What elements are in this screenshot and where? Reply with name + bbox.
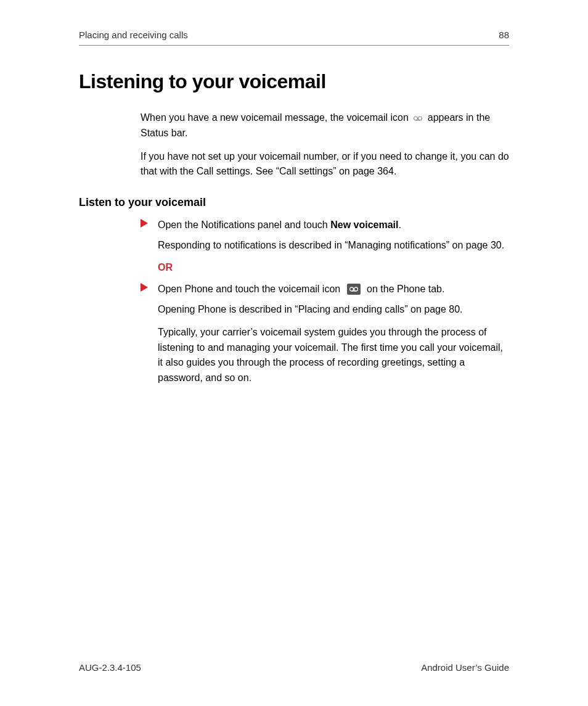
intro-p1-text-a: When you have a new voicemail message, t…	[141, 112, 411, 123]
steps-block: Open the Notifications panel and touch N…	[141, 218, 509, 386]
document-page: Placing and receiving calls 88 Listening…	[0, 0, 588, 706]
step-2: Open Phone and touch the voicemail icon …	[141, 282, 509, 297]
header-section-label: Placing and receiving calls	[79, 30, 188, 40]
intro-paragraph-2: If you have not set up your voicemail nu…	[141, 149, 509, 179]
intro-block: When you have a new voicemail message, t…	[141, 110, 509, 179]
subheading: Listen to your voicemail	[79, 196, 509, 209]
step-2-text-b: on the Phone tab.	[367, 284, 444, 294]
voicemail-tab-icon	[347, 284, 361, 295]
or-separator: OR	[141, 260, 509, 276]
svg-marker-4	[141, 283, 148, 292]
intro-paragraph-1: When you have a new voicemail message, t…	[141, 110, 509, 141]
triangle-bullet-icon	[141, 219, 149, 228]
running-header: Placing and receiving calls 88	[79, 30, 509, 45]
svg-marker-3	[141, 219, 148, 228]
voicemail-icon	[414, 111, 422, 126]
step-1-text-b: .	[398, 220, 401, 230]
svg-point-1	[419, 117, 422, 120]
header-rule	[79, 45, 509, 46]
triangle-bullet-icon	[141, 283, 149, 292]
step-2-note: Opening Phone is described in “Placing a…	[141, 302, 509, 318]
svg-point-5	[349, 287, 353, 291]
header-page-number: 88	[499, 30, 509, 40]
svg-point-0	[414, 117, 418, 120]
page-title: Listening to your voicemail	[79, 70, 509, 93]
svg-point-6	[354, 287, 357, 291]
step-1-note: Responding to notifications is described…	[141, 238, 509, 253]
footer-doc-title: Android User’s Guide	[421, 662, 509, 673]
step-1-bold: New voicemail	[330, 220, 398, 230]
running-footer: AUG-2.3.4-105 Android User’s Guide	[79, 662, 509, 673]
carrier-note: Typically, your carrier’s voicemail syst…	[141, 325, 509, 386]
footer-doc-id: AUG-2.3.4-105	[79, 662, 141, 673]
step-1-text-a: Open the Notifications panel and touch	[158, 220, 330, 230]
step-1: Open the Notifications panel and touch N…	[141, 218, 509, 233]
step-2-text-a: Open Phone and touch the voicemail icon	[158, 284, 343, 294]
